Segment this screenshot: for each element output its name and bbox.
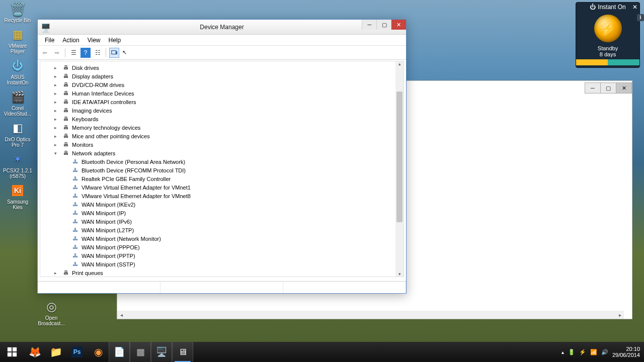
expand-icon[interactable]: ▸ <box>54 100 60 105</box>
expand-icon[interactable]: ▸ <box>54 82 60 87</box>
category-icon: 🖷 <box>62 141 70 148</box>
tree-label: Bluetooth Device (Personal Area Network) <box>82 159 185 165</box>
desktop-icon-label: Corel VideoStud... <box>4 106 31 117</box>
adapter-icon: 🖧 <box>71 167 79 174</box>
expand-icon[interactable]: ▸ <box>54 117 60 122</box>
tree-node-child[interactable]: 🖧WAN Miniport (L2TP) <box>40 226 404 234</box>
tree-label: Monitors <box>72 142 93 148</box>
tree-label: WAN Miniport (Network Monitor) <box>82 236 161 242</box>
tree-node[interactable]: ▸🖷Human Interface Devices <box>40 89 404 98</box>
tree-node-child[interactable]: 🖧WAN Miniport (PPTP) <box>40 251 404 260</box>
tree-node[interactable]: ▸🖷Memory technology devices <box>40 123 404 132</box>
tree-label: DVD/CD-ROM drives <box>72 82 124 88</box>
expand-icon[interactable]: ▸ <box>54 142 60 147</box>
tree-node-child[interactable]: 🖧WAN Miniport (IPv6) <box>40 217 404 226</box>
instant-on-orb[interactable]: ⚡ <box>594 15 622 42</box>
tree-node[interactable]: ▸🖷Display adapters <box>40 72 404 80</box>
tray-instanton-icon[interactable]: ⚡ <box>579 349 586 355</box>
expand-icon[interactable]: ▾ <box>54 151 60 156</box>
tree-node-child[interactable]: 🖧WAN Miniport (Network Monitor) <box>40 234 404 243</box>
tree-node-child[interactable]: 🖧VMware Virtual Ethernet Adapter for VMn… <box>40 183 404 192</box>
tree-scrollbar[interactable] <box>395 61 404 277</box>
taskbar-devmgr[interactable]: 🖥 <box>172 342 193 362</box>
menu-help[interactable]: Help <box>105 36 125 45</box>
tree-node[interactable]: ▾🖷Network adapters <box>40 149 404 157</box>
adapter-icon: 🖧 <box>71 210 79 217</box>
desktop-icon-obs[interactable]: ◎ Open Broadcast... <box>36 299 66 326</box>
vmware-icon: ▦ <box>13 28 23 41</box>
devmgr-maximize-button[interactable] <box>376 20 391 30</box>
expand-icon[interactable]: ▸ <box>54 65 60 70</box>
expand-icon[interactable]: ▸ <box>54 108 60 113</box>
tree-node-child[interactable]: 🖧VMware Virtual Ethernet Adapter for VMn… <box>40 192 404 200</box>
tree-node-child[interactable]: 🖧WAN Miniport (PPPOE) <box>40 243 404 251</box>
taskbar-vmware[interactable]: ▦ <box>130 342 151 362</box>
tree-node[interactable]: ▸🖷IDE ATA/ATAPI controllers <box>40 98 404 106</box>
device-tree[interactable]: ▸🖷Disk drives▸🖷Display adapters▸🖷DVD/CD-… <box>40 61 404 277</box>
tray-volume-icon[interactable]: 🔊 <box>601 349 608 355</box>
notepad-h-scrollbar[interactable] <box>117 311 624 319</box>
tree-node[interactable]: ▸🖷Keyboards <box>40 115 404 123</box>
menu-view[interactable]: View <box>84 36 105 45</box>
tree-node-child[interactable]: 🖧Bluetooth Device (RFCOMM Protocol TDI) <box>40 166 404 174</box>
expand-icon[interactable]: ▸ <box>54 125 60 130</box>
devmgr-titlebar[interactable]: 🖥️ Device Manager <box>38 20 406 35</box>
tree-node[interactable]: ▸🖷Print queues <box>40 268 404 277</box>
tree-node[interactable]: ▸🖷Monitors <box>40 140 404 149</box>
notepad-maximize-button[interactable] <box>600 82 616 94</box>
tree-label: WAN Miniport (SSTP) <box>82 261 135 267</box>
wmp-icon: ◉ <box>94 346 103 358</box>
menu-file[interactable]: File <box>41 36 58 45</box>
desktop-icon-asus-instanton[interactable]: ⏻ ASUS InstantOn <box>3 58 33 85</box>
devmgr-close-button[interactable] <box>391 20 406 30</box>
toolbar-show-hidden-button[interactable]: ☷ <box>93 48 103 58</box>
toolbar-help-button[interactable]: ? <box>80 48 91 58</box>
kies-icon: Ki <box>12 185 23 196</box>
desktop-icon-label: Samsung Kies <box>7 199 28 210</box>
desktop-icon-vmware[interactable]: ▦ VMware Player <box>3 27 33 54</box>
taskbar-notepad[interactable]: 📄 <box>109 342 130 362</box>
tree-node-child[interactable]: 🖧Bluetooth Device (Personal Area Network… <box>40 157 404 166</box>
desktop-icon-corel[interactable]: 🎬 Corel VideoStud... <box>3 89 33 117</box>
tree-node[interactable]: ▸🖷Disk drives <box>40 63 404 72</box>
notepad-close-button[interactable] <box>616 82 632 94</box>
toolbar-scan-hardware-button[interactable] <box>109 48 119 58</box>
tree-node[interactable]: ▸🖷Mice and other pointing devices <box>40 132 404 140</box>
desktop-icon-label: ASUS InstantOn <box>7 74 28 85</box>
tree-label: Bluetooth Device (RFCOMM Protocol TDI) <box>82 167 186 173</box>
tree-node-child[interactable]: 🖧WAN Miniport (SSTP) <box>40 260 404 268</box>
tree-node-child[interactable]: 🖧WAN Miniport (IKEv2) <box>40 200 404 209</box>
toolbar-properties-button[interactable]: ☰ <box>68 48 78 58</box>
scrollbar-thumb[interactable] <box>396 92 403 222</box>
gadget-close-icon[interactable]: ✕ <box>630 3 639 12</box>
desktop-icon-recycle-bin[interactable]: 🗑️ Recycle Bin <box>3 2 33 23</box>
taskbar-obs[interactable]: 🖥️ <box>151 342 172 362</box>
dxo-icon: ◧ <box>13 122 23 135</box>
desktop-icon-samsung-kies[interactable]: Ki Samsung Kies <box>3 183 33 210</box>
menu-action[interactable]: Action <box>58 36 83 45</box>
taskbar-explorer[interactable]: 📁 <box>45 342 66 362</box>
tree-node-child[interactable]: 🖧WAN Miniport (IP) <box>40 209 404 217</box>
expand-icon[interactable]: ▸ <box>54 74 60 79</box>
expand-icon[interactable]: ▸ <box>54 270 60 276</box>
gadget-time: 8 days <box>576 51 639 57</box>
tray-network-icon[interactable]: 📶 <box>590 349 597 355</box>
expand-icon[interactable]: ▸ <box>54 91 60 96</box>
tree-node[interactable]: ▸🖷Imaging devices <box>40 106 404 115</box>
desktop-icon-pcsx2[interactable]: ✶ PCSX2 1.2.1 (r5875) <box>3 152 33 179</box>
desktop-icon-dxo[interactable]: ◧ DxO Optics Pro 7 <box>3 121 33 148</box>
devmgr-minimize-button[interactable] <box>362 20 377 30</box>
tree-node[interactable]: ▸🖷DVD/CD-ROM drives <box>40 80 404 89</box>
notepad-minimize-button[interactable] <box>585 82 601 94</box>
taskbar-firefox[interactable]: 🦊 <box>24 342 45 362</box>
taskbar-clock[interactable]: 20:10 29/06/2014 <box>612 346 640 358</box>
expand-icon[interactable]: ▸ <box>54 134 60 139</box>
tree-node-child[interactable]: 🖧Realtek PCIe GBE Family Controller <box>40 174 404 183</box>
taskbar-wmp[interactable]: ◉ <box>88 342 109 362</box>
start-button[interactable] <box>0 342 24 362</box>
svg-rect-4 <box>13 352 17 356</box>
taskbar-photoshop[interactable]: Ps <box>66 342 88 362</box>
tray-battery-icon[interactable]: 🔋 <box>568 349 575 355</box>
gadget-info-icon[interactable]: i <box>637 14 644 21</box>
tray-show-hidden-icon[interactable]: ▴ <box>561 349 564 355</box>
